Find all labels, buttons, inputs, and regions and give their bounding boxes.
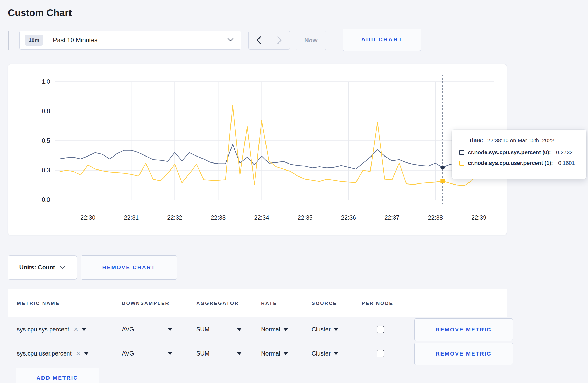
hover-marker-0 — [440, 165, 445, 169]
metrics-table: METRIC NAME DOWNSAMPLER AGGREGATOR RATE … — [8, 289, 507, 383]
tooltip-series-row: cr.node.sys.cpu.user.percent (1): 0.1601 — [459, 160, 580, 166]
chevron-down-icon — [227, 38, 234, 43]
chevron-right-icon — [277, 36, 282, 44]
prev-range-button[interactable] — [249, 31, 269, 49]
rate-select[interactable]: Normal — [261, 350, 288, 357]
y-axis-label: 0.5 — [42, 137, 50, 144]
chevron-down-icon — [334, 328, 338, 331]
chevron-down-icon — [283, 328, 288, 331]
downsampler-select[interactable]: AVG — [122, 350, 172, 357]
tooltip-time-value: 22:38:10 on Mar 15th, 2022 — [487, 137, 554, 144]
x-axis-label: 22:38 — [428, 214, 443, 221]
time-range-pager — [248, 31, 290, 50]
tooltip-series-row: cr.node.sys.cpu.sys.percent (0): 0.2732 — [459, 149, 580, 155]
x-axis-label: 22:32 — [167, 214, 182, 221]
header-downsampler: DOWNSAMPLER — [122, 301, 196, 306]
series-line-1 — [59, 105, 493, 186]
chevron-down-icon[interactable] — [84, 352, 89, 355]
chart-canvas[interactable]: 0.00.30.50.81.022:3022:3122:3222:3322:34… — [8, 64, 507, 235]
y-axis-label: 1.0 — [42, 78, 50, 85]
page-title: Custom Chart — [8, 8, 72, 18]
chevron-down-icon — [237, 352, 242, 355]
header-source: SOURCE — [312, 301, 362, 306]
tooltip-time-label: Time: — [469, 137, 483, 144]
x-axis-label: 22:35 — [298, 214, 313, 221]
tooltip-time-row: Time: 22:38:10 on Mar 15th, 2022 — [469, 137, 580, 144]
metric-name-select[interactable]: sys.cpu.user.percent — [17, 350, 72, 357]
y-axis-label: 0.3 — [42, 167, 50, 174]
metric-row: sys.cpu.user.percent × AVG SUM Normal Cl… — [8, 342, 507, 366]
series-line-0 — [59, 144, 493, 169]
metric-row: sys.cpu.sys.percent × AVG SUM Normal Clu… — [8, 317, 507, 342]
metrics-table-header: METRIC NAME DOWNSAMPLER AGGREGATOR RATE … — [8, 289, 507, 317]
series-user-swatch-icon — [459, 161, 464, 166]
source-select[interactable]: Cluster — [312, 350, 338, 357]
per-node-checkbox[interactable] — [377, 326, 384, 333]
now-button[interactable]: Now — [296, 31, 326, 50]
aggregator-select[interactable]: SUM — [196, 350, 242, 357]
x-axis-label: 22:36 — [341, 214, 356, 221]
series-sys-swatch-icon — [459, 150, 464, 155]
time-range-badge: 10m — [25, 35, 43, 46]
x-axis-label: 22:37 — [384, 214, 400, 221]
header-rate: RATE — [261, 301, 312, 306]
chart-panel: 0.00.30.50.81.022:3022:3122:3222:3322:34… — [8, 64, 507, 235]
source-select[interactable]: Cluster — [312, 326, 338, 333]
rate-select[interactable]: Normal — [261, 326, 288, 333]
x-axis-label: 22:34 — [254, 214, 269, 221]
header-aggregator: AGGREGATOR — [196, 301, 261, 306]
aggregator-select[interactable]: SUM — [196, 326, 242, 333]
chevron-down-icon[interactable] — [82, 328, 86, 331]
clear-metric-icon[interactable]: × — [76, 350, 80, 357]
chevron-down-icon — [168, 352, 172, 355]
downsampler-select[interactable]: AVG — [122, 326, 172, 333]
per-node-checkbox[interactable] — [377, 350, 384, 357]
x-axis-label: 22:33 — [211, 214, 226, 221]
chevron-left-icon — [256, 36, 261, 44]
chevron-down-icon — [283, 352, 288, 355]
hover-marker-1 — [440, 179, 445, 183]
chevron-down-icon — [168, 328, 172, 331]
x-axis-label: 22:39 — [471, 214, 486, 221]
remove-chart-button[interactable]: REMOVE CHART — [81, 255, 177, 280]
time-range-label: Past 10 Minutes — [53, 37, 97, 44]
chart-tooltip: Time: 22:38:10 on Mar 15th, 2022 cr.node… — [452, 130, 586, 179]
next-range-button[interactable] — [269, 31, 290, 49]
remove-metric-button[interactable]: REMOVE METRIC — [414, 343, 513, 365]
x-axis-label: 22:31 — [124, 214, 139, 221]
clear-metric-icon[interactable]: × — [74, 326, 78, 333]
remove-metric-button[interactable]: REMOVE METRIC — [414, 318, 513, 341]
time-range-select[interactable]: 10m Past 10 Minutes — [19, 31, 241, 50]
add-metric-button[interactable]: ADD METRIC — [16, 368, 99, 383]
header-per-node: PER NODE — [362, 301, 410, 306]
chevron-down-icon — [237, 328, 242, 331]
add-chart-button[interactable]: ADD CHART — [343, 29, 421, 51]
y-axis-label: 0.0 — [42, 196, 50, 203]
chevron-down-icon — [60, 266, 65, 269]
y-axis-label: 0.8 — [42, 108, 50, 115]
controls-left-rule — [8, 31, 9, 50]
header-metric-name: METRIC NAME — [17, 301, 122, 306]
chevron-down-icon — [334, 352, 338, 355]
metric-name-select[interactable]: sys.cpu.sys.percent — [17, 326, 69, 333]
units-select[interactable]: Units: Count — [8, 255, 77, 280]
x-axis-label: 22:30 — [80, 214, 95, 221]
